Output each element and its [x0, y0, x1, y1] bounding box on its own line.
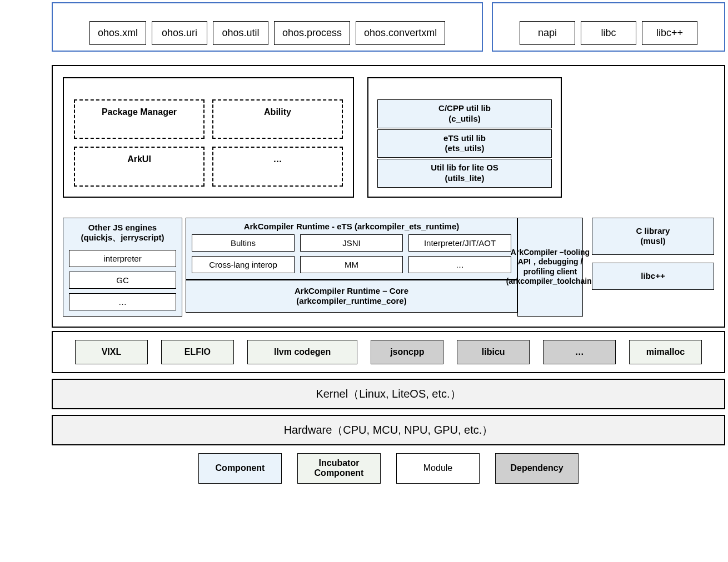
- lib-sub: (utils_lite): [445, 173, 485, 183]
- util-lib: Util lib for lite OS (utils_lite): [377, 159, 552, 188]
- c-libraries-column: C library(musl) libc++: [592, 218, 714, 317]
- spacer: [575, 77, 714, 198]
- hardware-bar: Hardware（CPU, MCU, NPU, GPU, etc.）: [52, 415, 725, 445]
- external-dep: libicu: [457, 340, 530, 364]
- c-library: C library(musl): [592, 218, 714, 255]
- lib-name: Util lib for lite OS: [431, 163, 498, 172]
- api-box: ohos.convertxml: [356, 21, 445, 45]
- module-box: GC: [69, 272, 176, 289]
- arkcompiler-tooling: ArkCompiler –tooling API，debugging / pro…: [517, 218, 583, 317]
- module-box: MM: [300, 256, 403, 273]
- module-box: Cross-lang interop: [192, 256, 295, 273]
- api-box: ohos.process: [274, 21, 350, 45]
- arkcompiler-ets: ArkCompiler Runtime - eTS (arkcompiler_e…: [186, 218, 517, 279]
- runtime-row: Other JS engines(quickjs、jerryscript) in…: [63, 218, 714, 317]
- native-apis-group: napi libc libc++: [492, 2, 725, 52]
- framework-box: Ability: [212, 99, 343, 139]
- module-box: Interpreter/JIT/AOT: [408, 234, 511, 252]
- api-box: libc++: [642, 21, 697, 45]
- arkcompiler-column: ArkCompiler Runtime - eTS (arkcompiler_e…: [186, 218, 517, 317]
- api-row: ohos.xml ohos.uri ohos.util ohos.process…: [52, 2, 725, 52]
- framework-box: Package Manager: [74, 99, 205, 139]
- util-lib: C/CPP util lib (c_utils): [377, 99, 552, 128]
- ohos-apis-group: ohos.xml ohos.uri ohos.util ohos.process…: [52, 2, 483, 52]
- dependency-strip: VIXL ELFIO llvm codegen jsoncpp libicu ……: [52, 331, 725, 373]
- legend-dependency: Dependency: [495, 453, 579, 484]
- module-box: JSNI: [300, 234, 403, 252]
- api-box: ohos.uri: [152, 21, 207, 45]
- commons-group: C/CPP util lib (c_utils) eTS util lib (e…: [367, 77, 562, 198]
- frameworks-group: Package Manager Ability ArkUI …: [63, 77, 354, 198]
- incubator-dep: mimalloc: [629, 340, 702, 364]
- api-box: libc: [581, 21, 636, 45]
- module-box: …: [408, 256, 511, 273]
- lib-sub: (c_utils): [448, 114, 481, 123]
- external-dep: jsoncpp: [371, 340, 443, 364]
- other-engines-title: Other JS engines(quickjs、jerryscript): [69, 223, 176, 244]
- lib-sub: (ets_utils): [445, 143, 485, 153]
- legend-incubator: IncubatorComponent: [297, 453, 381, 484]
- kernel-bar: Kernel（Linux, LiteOS, etc.）: [52, 379, 725, 409]
- framework-box: ArkUI: [74, 147, 205, 186]
- incubator-dep: llvm codegen: [247, 340, 358, 364]
- util-lib: eTS util lib (ets_utils): [377, 129, 552, 158]
- framework-box: …: [212, 147, 343, 186]
- arkcompiler-core: ArkCompiler Runtime – Core(arkcompiler_r…: [186, 279, 517, 313]
- legend-component: Component: [198, 453, 282, 484]
- legend-module: Module: [396, 453, 480, 484]
- module-box: interpreter: [69, 250, 176, 267]
- module-box: …: [69, 293, 176, 310]
- incubator-dep: ELFIO: [161, 340, 234, 364]
- module-box: Bultins: [192, 234, 295, 252]
- libcpp: libc++: [592, 263, 714, 290]
- api-box: napi: [520, 21, 575, 45]
- lib-name: C/CPP util lib: [438, 103, 491, 113]
- api-box: ohos.util: [213, 21, 268, 45]
- incubator-dep: VIXL: [75, 340, 148, 364]
- subsystem-container: Package Manager Ability ArkUI … C/CPP ut…: [52, 65, 725, 328]
- api-box: ohos.xml: [89, 21, 146, 45]
- legend: Component IncubatorComponent Module Depe…: [52, 453, 725, 484]
- ark-ets-title: ArkCompiler Runtime - eTS (arkcompiler_e…: [192, 222, 511, 231]
- lib-name: eTS util lib: [443, 133, 486, 143]
- other-js-engines: Other JS engines(quickjs、jerryscript) in…: [63, 218, 182, 317]
- external-dep: …: [543, 340, 616, 364]
